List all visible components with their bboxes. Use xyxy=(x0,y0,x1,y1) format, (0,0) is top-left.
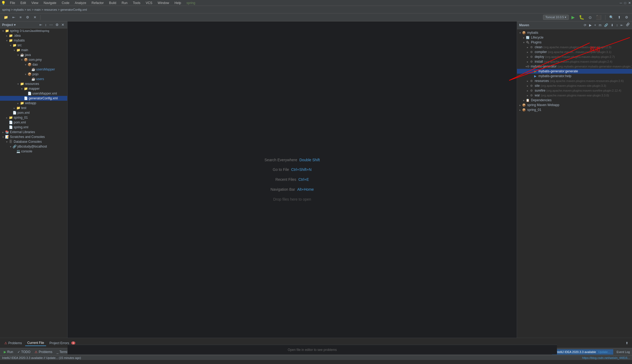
tree-node-external-libs[interactable]: ▸ 📚 External Libraries xyxy=(0,130,67,134)
menu-window[interactable]: Window xyxy=(155,1,171,5)
tree-node-dao[interactable]: ▾ 📦 dao xyxy=(0,62,67,67)
maven-add[interactable]: + xyxy=(593,23,597,28)
tree-node-scratches[interactable]: ▾ 📝 Scratches and Consoles xyxy=(0,134,67,139)
maven-node-deploy[interactable]: ▸ ⚙ deploy (org.apache.maven.plugins:mav… xyxy=(517,54,632,59)
maven-node-help[interactable]: ▶ mybatis-generator:help xyxy=(517,74,632,78)
menu-vcs[interactable]: VCS xyxy=(144,1,155,5)
menu-run[interactable]: Run xyxy=(120,1,130,5)
menu-code[interactable]: Code xyxy=(60,1,72,5)
expand-btn[interactable]: ≡ xyxy=(18,14,23,20)
maven-node-site[interactable]: ▸ ⚙ site (org.apache.maven.plugins:maven… xyxy=(517,83,632,88)
window-close[interactable]: ✕ xyxy=(628,1,631,5)
tree-node-console[interactable]: 💻 console xyxy=(0,149,67,154)
tree-node-usersmapper-xml[interactable]: 📄 usersMapper.xml xyxy=(0,91,67,96)
tree-node-pojo[interactable]: ▾ 📦 pojo xyxy=(0,72,67,77)
tree-node-db-consoles[interactable]: ▾ 🗄 Database Consoles xyxy=(0,139,67,144)
tree-node-idea[interactable]: ▸ 📁 .idea xyxy=(0,33,67,38)
tree-node-usersmapper-java[interactable]: ☕ usersMapper xyxy=(0,67,67,72)
project-view-btn[interactable]: 📁 xyxy=(2,14,10,20)
search-btn[interactable]: 🔍 xyxy=(608,14,615,20)
maven-node-surefire[interactable]: ▸ ⚙ surefire (org.apache.maven.plugins:m… xyxy=(517,88,632,93)
run-btn[interactable]: ▶ xyxy=(570,14,576,21)
expand-panel-btn[interactable]: ⬆ xyxy=(624,340,630,346)
settings2-btn[interactable]: ⚙ xyxy=(623,14,630,20)
hint-navbar: Navigation Bar Alt+Home xyxy=(265,185,320,194)
run-config-dropdown[interactable]: Tomcat 10.0.5 ▾ xyxy=(543,15,569,20)
window-minimize[interactable]: ─ xyxy=(620,1,622,5)
svc-problems[interactable]: ⚠ Problems xyxy=(33,350,54,354)
tree-expand[interactable]: ↕ xyxy=(44,22,48,27)
maven-node-spring-webapp[interactable]: ▸ 📦 spring Maven Webapp xyxy=(517,103,632,107)
sep2 xyxy=(605,15,605,20)
maven-collapse[interactable]: ⇤ xyxy=(619,23,624,28)
svc-todo[interactable]: ✓ TODO xyxy=(16,350,32,354)
maven-node-compiler[interactable]: ▸ ⚙ compiler (org.apache.maven...maven-c… xyxy=(517,50,632,54)
tree-node-src[interactable]: ▾ 📁 src xyxy=(0,43,67,48)
menu-analyze[interactable]: Analyze xyxy=(73,1,88,5)
tree-node-com[interactable]: ▾ 📦 com.pmy xyxy=(0,57,67,62)
menu-edit[interactable]: Edit xyxy=(18,1,28,5)
tab-current-file[interactable]: Current File xyxy=(25,340,46,346)
tab-problems[interactable]: ⚠ Problems xyxy=(2,340,24,346)
maven-node-war[interactable]: ▸ ⚙ war (org.apache.maven.plugins:maven-… xyxy=(517,93,632,98)
tree-node-java[interactable]: ▾ ☕ java xyxy=(0,52,67,57)
maven-expand[interactable]: ↕ xyxy=(615,23,619,28)
separator xyxy=(40,15,40,20)
update-link[interactable]: Update... xyxy=(598,350,610,354)
menu-file[interactable]: File xyxy=(8,1,17,5)
hide-btn[interactable]: ✕ xyxy=(32,14,38,20)
collapse-all-btn[interactable]: ⇤ xyxy=(11,14,17,20)
tree-node-webapp[interactable]: ▸ 📁 webapp xyxy=(0,101,67,106)
debug-btn[interactable]: 🐛 xyxy=(577,14,586,21)
maven-node-mybatis[interactable]: ▾ 📦 mybatis xyxy=(517,30,632,35)
tree-node-pom1[interactable]: 📄 pom.xml xyxy=(0,110,67,115)
maven-node-spring01[interactable]: ▸ 📦 spring_01 xyxy=(517,107,632,112)
menu-view[interactable]: View xyxy=(29,1,40,5)
menu-navigate[interactable]: Navigate xyxy=(42,1,58,5)
menu-help[interactable]: Help xyxy=(172,1,183,5)
hint-goto: Go to File Ctrl+Shift+N xyxy=(265,165,320,175)
menu-tools[interactable]: Tools xyxy=(131,1,143,5)
tree-collapse[interactable]: ⇤ xyxy=(39,22,43,27)
tree-node-mapper[interactable]: ▾ 📁 mapper xyxy=(0,86,67,91)
tree-node-resources[interactable]: ▾ 📁 resources xyxy=(0,81,67,86)
menu-spring[interactable]: spring xyxy=(184,1,198,5)
maven-link[interactable]: 🔗 xyxy=(603,23,609,28)
settings-btn[interactable]: ⚙ xyxy=(24,14,31,20)
menu-bar: 💡 File Edit View Navigate Code Analyze R… xyxy=(0,0,632,6)
tree-node-test[interactable]: ▸ 📁 test xyxy=(0,106,67,110)
tree-node-generatorconfig[interactable]: 📄 generatorConfig.xml xyxy=(0,96,67,101)
git-btn[interactable]: ⬆ xyxy=(616,14,622,20)
event-log[interactable]: Event Log xyxy=(616,350,630,354)
maven-node-dependencies[interactable]: ▸ 📋 Dependencies xyxy=(517,98,632,103)
maven-node-install[interactable]: ▸ ⚙ install (org.apache.maven.plugins:ma… xyxy=(517,59,632,64)
window-maximize[interactable]: □ xyxy=(624,1,626,5)
maven-node-mybatis-generator[interactable]: ▾ ⚙ mybatis-generator (org.mybatis.gener… xyxy=(517,64,632,69)
maven-reload[interactable]: ⟳ xyxy=(583,23,588,28)
maven-node-generate[interactable]: ▶ mybatis-generator:generate xyxy=(517,69,632,74)
tree-node-users[interactable]: ☕ users xyxy=(0,77,67,81)
tree-node-main[interactable]: ▾ 📁 main xyxy=(0,48,67,52)
tree-node-mybatis[interactable]: ▾ 📁 mybatis xyxy=(0,38,67,43)
maven-toggle[interactable]: m xyxy=(598,23,603,28)
maven-node-resources[interactable]: ▸ ⚙ resources (org.apache.maven.plugins:… xyxy=(517,78,632,83)
tree-node-jdbcstudy[interactable]: ▾ 🔗 jdbcstudy@localhost xyxy=(0,144,67,149)
coverage-btn[interactable]: ⊙ xyxy=(587,14,593,20)
maven-node-lifecycle[interactable]: ▸ 🔄 Lifecycle xyxy=(517,35,632,40)
tree-gear[interactable]: ⚙ xyxy=(55,22,60,27)
tree-node-springxml[interactable]: 📄 spring.xml xyxy=(0,125,67,130)
maven-run[interactable]: ▶ xyxy=(588,23,593,28)
menu-refactor[interactable]: Refactor xyxy=(90,1,106,5)
tree-node-spring01[interactable]: ▸ 📁 spring_01 xyxy=(0,115,67,120)
maven-node-plugins[interactable]: ▾ 🔌 Plugins xyxy=(517,40,632,45)
maven-node-clean[interactable]: ▸ ⚙ clean (org.apache.maven.plugins:mave… xyxy=(517,45,632,50)
tree-node-spring[interactable]: ▾ 📁 spring D:\LearnJavaWeb\spring xyxy=(0,28,67,33)
maven-side-settings[interactable]: ⚙ xyxy=(626,21,631,26)
tree-hide[interactable]: ✕ xyxy=(61,22,65,27)
menu-build[interactable]: Build xyxy=(107,1,118,5)
maven-download[interactable]: ⬇ xyxy=(610,23,615,28)
tree-dots[interactable]: ⋯ xyxy=(49,22,54,27)
tree-node-pom2[interactable]: 📄 pom.xml xyxy=(0,120,67,125)
stop-btn[interactable]: ⬛ xyxy=(594,14,603,21)
svc-run[interactable]: ▶ Run xyxy=(2,350,15,354)
